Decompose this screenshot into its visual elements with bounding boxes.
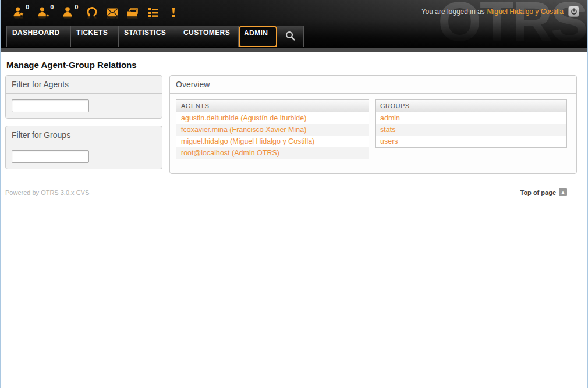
overview-title: Overview bbox=[170, 76, 576, 94]
agents-table: AGENTS agustin.deiturbide (Agustín de It… bbox=[176, 99, 369, 159]
toolbar-count: 0 bbox=[50, 3, 54, 10]
logout-button[interactable] bbox=[568, 6, 579, 17]
person-arrow-icon bbox=[37, 6, 49, 19]
powered-by: Powered by OTRS 3.0.x CVS bbox=[5, 189, 89, 196]
toolbar: 0 0 0 bbox=[12, 6, 187, 19]
group-row[interactable]: stats bbox=[376, 124, 566, 136]
group-row[interactable]: users bbox=[376, 136, 566, 147]
checklist-icon bbox=[147, 6, 160, 19]
masthead-bottom-strip bbox=[1, 48, 587, 52]
top-of-page-link[interactable]: Top of page ▲ bbox=[520, 188, 567, 196]
filter-groups-input[interactable] bbox=[12, 150, 89, 163]
folders-icon bbox=[126, 6, 139, 19]
toolbar-item-alerts[interactable] bbox=[167, 6, 180, 19]
main-nav: DASHBOARD TICKETS STATISTICS CUSTOMERS A… bbox=[1, 26, 587, 48]
envelope-icon bbox=[106, 6, 119, 19]
tab-tickets[interactable]: TICKETS bbox=[71, 26, 119, 47]
toolbar-item-checklist[interactable] bbox=[147, 6, 160, 19]
toolbar-item-phone[interactable] bbox=[86, 6, 98, 19]
agents-table-header: AGENTS bbox=[176, 100, 369, 112]
tab-statistics[interactable]: STATISTICS bbox=[119, 26, 178, 47]
agent-row[interactable]: root@localhost (Admin OTRS) bbox=[176, 147, 369, 159]
filter-groups-panel: Filter for Groups bbox=[5, 126, 162, 169]
agent-row[interactable]: miguel.hidalgo (Miguel Hidalgo y Costill… bbox=[176, 136, 369, 147]
agent-row[interactable]: agustin.deiturbide (Agustín de Iturbide) bbox=[176, 112, 369, 124]
content-area: Manage Agent-Group Relations Filter for … bbox=[1, 60, 587, 174]
masthead: OTRS 0 0 0 bbox=[1, 0, 587, 48]
sidebar: Filter for Agents Filter for Groups bbox=[5, 75, 162, 169]
page-root: OTRS 0 0 0 bbox=[0, 0, 588, 388]
main-panel: Overview AGENTS agustin.deiturbide (Agus… bbox=[169, 75, 577, 174]
toolbar-item-watched-tickets[interactable]: 0 bbox=[37, 6, 54, 19]
filter-groups-title: Filter for Groups bbox=[6, 126, 162, 144]
filter-agents-title: Filter for Agents bbox=[6, 76, 162, 94]
footer: Powered by OTRS 3.0.x CVS Top of page ▲ bbox=[1, 181, 587, 196]
filter-agents-input[interactable] bbox=[12, 99, 89, 112]
exclamation-icon bbox=[167, 6, 180, 19]
toolbar-item-locked-tickets[interactable]: 0 bbox=[12, 6, 29, 19]
power-icon bbox=[571, 8, 578, 15]
arrow-up-icon: ▲ bbox=[559, 188, 567, 196]
person-star-icon bbox=[12, 6, 25, 19]
toolbar-count: 0 bbox=[75, 3, 78, 10]
groups-table-header: GROUPS bbox=[376, 100, 566, 112]
login-info: You are logged in as Miguel Hidalgo y Co… bbox=[421, 6, 579, 17]
tab-admin[interactable]: ADMIN bbox=[239, 26, 277, 47]
tab-customers[interactable]: CUSTOMERS bbox=[178, 26, 239, 47]
toolbar-item-responsible-tickets[interactable]: 0 bbox=[61, 6, 78, 19]
groups-table: GROUPS admin stats users bbox=[375, 99, 567, 148]
toolbar-item-folders[interactable] bbox=[126, 6, 139, 19]
overview-panel: Overview AGENTS agustin.deiturbide (Agus… bbox=[169, 75, 577, 174]
page-title: Manage Agent-Group Relations bbox=[6, 60, 582, 70]
search-icon bbox=[285, 30, 296, 44]
headset-icon bbox=[86, 6, 98, 19]
user-name-link[interactable]: Miguel Hidalgo y Costilla bbox=[487, 8, 564, 16]
toolbar-item-email[interactable] bbox=[106, 6, 119, 19]
person-icon bbox=[61, 6, 74, 19]
tab-dashboard[interactable]: DASHBOARD bbox=[6, 26, 71, 47]
agent-row[interactable]: fcoxavier.mina (Francisco Xavier Mina) bbox=[176, 124, 369, 136]
toolbar-count: 0 bbox=[26, 3, 29, 10]
filter-agents-panel: Filter for Agents bbox=[5, 75, 162, 119]
nav-search-button[interactable] bbox=[277, 26, 304, 47]
logged-in-text: You are logged in as bbox=[421, 8, 485, 16]
group-row[interactable]: admin bbox=[376, 112, 566, 124]
